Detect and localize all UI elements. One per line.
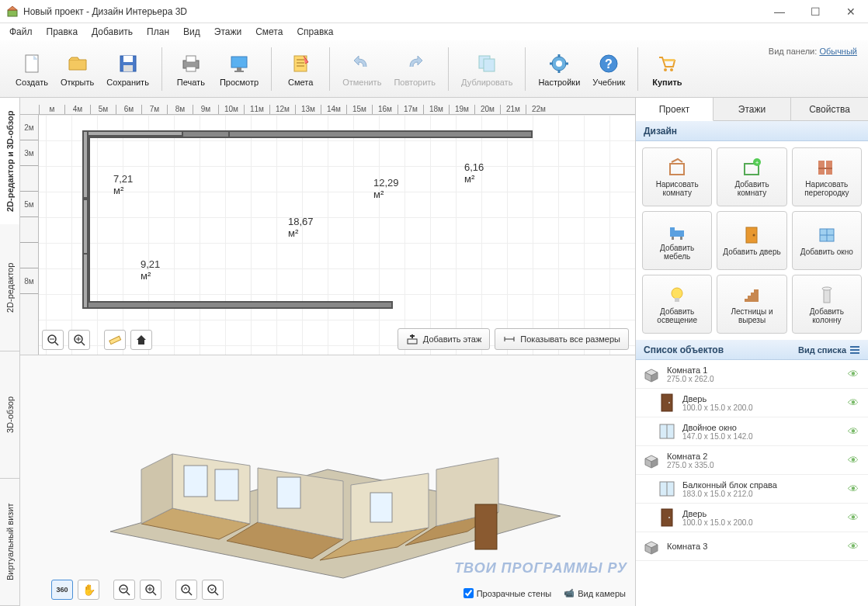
camera-view-button[interactable]: 📹 Вид камеры xyxy=(564,588,626,598)
zoom-in-button[interactable] xyxy=(68,330,90,350)
menu-add[interactable]: Добавить xyxy=(85,25,139,39)
panel-view-link[interactable]: Обычный xyxy=(819,47,857,56)
menu-estimate[interactable]: Смета xyxy=(249,25,289,39)
maximize-button[interactable]: ☐ xyxy=(804,4,826,19)
design-btn-2[interactable]: Нарисовать перегородку xyxy=(792,147,862,206)
design-btn-1[interactable]: +Добавить комнату xyxy=(717,147,786,206)
design-icon-2 xyxy=(816,157,838,178)
svg-point-20 xyxy=(556,61,562,67)
object-item-4[interactable]: Балконный блок справа183.0 x 15.0 x 212.… xyxy=(636,475,868,504)
design-btn-7[interactable]: Лестницы и вырезы xyxy=(717,275,786,334)
menu-plan[interactable]: План xyxy=(141,25,175,39)
zoom-out-button[interactable] xyxy=(42,330,64,350)
menu-view[interactable]: Вид xyxy=(177,25,207,39)
tutorial-button[interactable]: ? Учебник xyxy=(588,50,630,88)
svg-text:?: ? xyxy=(605,57,613,71)
tilt-down-button[interactable] xyxy=(202,580,224,600)
view-3d[interactable]: 360 ✋ Прозрачные стены 📹 Вид камеры xyxy=(20,355,635,606)
sidetab-2d3d[interactable]: 2D-редактор и 3D-обзор xyxy=(0,98,19,224)
object-item-6[interactable]: Комната 3👁 xyxy=(636,532,868,561)
window-title: Новый проект - Дизайн Интерьера 3D xyxy=(23,6,769,17)
view3d-options: Прозрачные стены 📹 Вид камеры xyxy=(464,588,626,598)
svg-rect-2 xyxy=(26,55,38,72)
close-button[interactable]: ✕ xyxy=(840,4,862,19)
design-icon-8 xyxy=(816,284,838,306)
buy-button[interactable]: Купить xyxy=(646,50,688,88)
right-panel: Проект Этажи Свойства Дизайн Нарисовать … xyxy=(635,98,868,606)
preview-button[interactable]: Просмотр xyxy=(215,50,263,88)
transparent-walls-checkbox[interactable]: Прозрачные стены xyxy=(464,588,551,598)
obj-icon xyxy=(658,421,676,442)
menu-help[interactable]: Справка xyxy=(290,25,339,39)
gear-icon xyxy=(547,51,571,76)
svg-rect-5 xyxy=(123,56,133,62)
estimate-button[interactable]: Смета xyxy=(279,50,321,88)
design-btn-0[interactable]: Нарисовать комнату xyxy=(642,147,712,206)
show-dims-button[interactable]: Показывать все размеры xyxy=(495,328,629,350)
visibility-icon[interactable]: 👁 xyxy=(848,396,862,409)
menu-file[interactable]: Файл xyxy=(3,25,39,39)
add-floor-button[interactable]: Добавить этаж xyxy=(398,328,490,350)
rtab-floors[interactable]: Этажи xyxy=(713,98,791,120)
object-item-3[interactable]: Комната 2275.0 x 335.0👁 xyxy=(636,446,868,475)
object-item-0[interactable]: Комната 1275.0 x 262.0👁 xyxy=(636,360,868,389)
open-button[interactable]: Открыть xyxy=(56,50,99,88)
svg-text:+: + xyxy=(755,159,759,166)
sidetab-virtual[interactable]: Виртуальный визит xyxy=(0,479,19,606)
menu-edit[interactable]: Правка xyxy=(40,25,85,39)
svg-rect-78 xyxy=(670,230,684,237)
visibility-icon[interactable]: 👁 xyxy=(848,454,862,466)
objects-section-header: Список объектов Вид списка xyxy=(636,340,868,360)
obj-icon xyxy=(658,392,676,414)
svg-line-31 xyxy=(55,342,58,345)
duplicate-icon xyxy=(474,51,499,76)
design-btn-8[interactable]: Добавить колонну xyxy=(792,275,862,334)
room-area-4: 6,16 м² xyxy=(464,161,484,185)
help-icon: ? xyxy=(596,51,621,76)
design-section-header: Дизайн xyxy=(636,121,868,141)
undo-button[interactable]: Отменить xyxy=(338,50,386,88)
measure-button[interactable] xyxy=(104,330,126,350)
sidetab-2d[interactable]: 2D-редактор xyxy=(0,224,19,351)
print-button[interactable]: Печать xyxy=(170,50,212,88)
svg-rect-58 xyxy=(370,493,392,522)
design-btn-6[interactable]: Добавить освещение xyxy=(642,275,712,334)
home-button[interactable] xyxy=(130,330,152,350)
design-btn-4[interactable]: Добавить дверь xyxy=(717,211,786,270)
visibility-icon[interactable]: 👁 xyxy=(848,425,862,438)
rtab-project[interactable]: Проект xyxy=(636,98,713,121)
zoom-in-3d-button[interactable] xyxy=(140,580,161,600)
sidetab-3d[interactable]: 3D-обзор xyxy=(0,351,19,479)
menu-floors[interactable]: Этажи xyxy=(208,25,248,39)
plan-2d[interactable]: 2м3м5м8м 7,21 м² 18,67 м xyxy=(20,115,635,355)
tilt-up-button[interactable] xyxy=(175,580,197,600)
visibility-icon[interactable]: 👁 xyxy=(848,511,862,524)
svg-rect-10 xyxy=(231,57,247,68)
visibility-icon[interactable]: 👁 xyxy=(848,540,862,552)
zoom-out-3d-button[interactable] xyxy=(113,580,135,600)
svg-rect-92 xyxy=(754,289,759,293)
svg-rect-57 xyxy=(277,477,300,508)
pan-button[interactable]: ✋ xyxy=(78,580,99,600)
side-tabs: 2D-редактор и 3D-обзор 2D-редактор 3D-об… xyxy=(0,98,20,606)
create-button[interactable]: Создать xyxy=(11,50,53,88)
rtab-properties[interactable]: Свойства xyxy=(791,98,868,120)
obj-icon xyxy=(658,478,676,500)
redo-button[interactable]: Повторить xyxy=(389,50,440,88)
object-item-2[interactable]: Двойное окно147.0 x 15.0 x 142.0👁 xyxy=(636,417,868,446)
svg-rect-101 xyxy=(661,394,672,411)
visibility-icon[interactable]: 👁 xyxy=(848,368,862,380)
list-view-toggle[interactable]: Вид списка xyxy=(798,345,860,355)
minimize-button[interactable]: — xyxy=(769,4,790,19)
room-area-2: 18,67 м² xyxy=(288,216,314,239)
rotate360-button[interactable]: 360 xyxy=(51,580,73,600)
design-btn-5[interactable]: Добавить окно xyxy=(792,211,862,270)
duplicate-button[interactable]: Дублировать xyxy=(457,50,517,88)
object-item-1[interactable]: Дверь100.0 x 15.0 x 200.0👁 xyxy=(636,389,868,417)
save-button[interactable]: Сохранить xyxy=(102,50,154,88)
object-item-5[interactable]: Дверь100.0 x 15.0 x 200.0👁 xyxy=(636,504,868,532)
visibility-icon[interactable]: 👁 xyxy=(848,483,862,495)
settings-button[interactable]: Настройки xyxy=(533,50,585,88)
room-area-1: 7,21 м² xyxy=(113,173,133,196)
design-btn-3[interactable]: Добавить мебель xyxy=(642,211,712,270)
